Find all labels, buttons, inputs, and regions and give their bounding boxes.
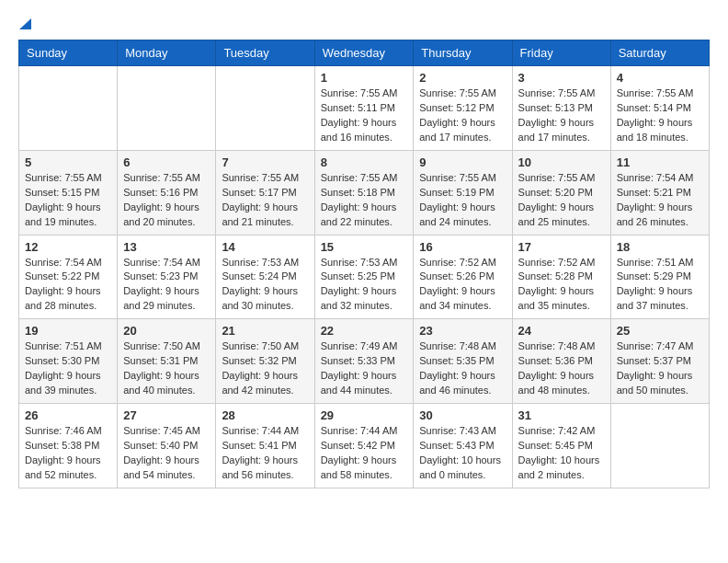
day-number: 19 (25, 324, 111, 338)
calendar-day-header: Tuesday (216, 40, 314, 66)
day-number: 23 (419, 324, 506, 338)
calendar-day-header: Saturday (610, 40, 709, 66)
day-number: 27 (123, 408, 210, 422)
calendar-day-cell: 29Sunrise: 7:44 AM Sunset: 5:42 PM Dayli… (314, 404, 414, 488)
day-info: Sunrise: 7:53 AM Sunset: 5:24 PM Dayligh… (222, 256, 308, 315)
calendar-day-cell: 22Sunrise: 7:49 AM Sunset: 5:33 PM Dayli… (314, 319, 414, 404)
day-number: 17 (518, 240, 605, 254)
calendar-week-row: 19Sunrise: 7:51 AM Sunset: 5:30 PM Dayli… (19, 319, 710, 404)
calendar-day-cell: 20Sunrise: 7:50 AM Sunset: 5:31 PM Dayli… (118, 319, 216, 404)
day-number: 14 (222, 240, 308, 254)
calendar-day-cell: 17Sunrise: 7:52 AM Sunset: 5:28 PM Dayli… (512, 235, 610, 319)
calendar-day-cell: 16Sunrise: 7:52 AM Sunset: 5:26 PM Dayli… (414, 235, 512, 319)
day-number: 13 (123, 240, 210, 254)
day-number: 11 (617, 155, 703, 169)
day-info: Sunrise: 7:55 AM Sunset: 5:12 PM Dayligh… (419, 86, 506, 145)
day-info: Sunrise: 7:46 AM Sunset: 5:38 PM Dayligh… (25, 424, 111, 483)
day-info: Sunrise: 7:42 AM Sunset: 5:45 PM Dayligh… (518, 424, 605, 483)
day-number: 22 (321, 324, 408, 338)
calendar-day-cell (118, 66, 216, 151)
day-info: Sunrise: 7:55 AM Sunset: 5:11 PM Dayligh… (321, 86, 408, 145)
day-info: Sunrise: 7:55 AM Sunset: 5:13 PM Dayligh… (518, 86, 605, 145)
day-number: 26 (25, 408, 111, 422)
calendar-week-row: 12Sunrise: 7:54 AM Sunset: 5:22 PM Dayli… (19, 235, 710, 319)
calendar-day-cell (216, 66, 314, 151)
day-number: 25 (617, 324, 703, 338)
calendar-day-cell: 28Sunrise: 7:44 AM Sunset: 5:41 PM Dayli… (216, 404, 314, 488)
calendar-day-header: Monday (118, 40, 216, 66)
calendar-day-header: Thursday (414, 40, 512, 66)
calendar-day-cell: 23Sunrise: 7:48 AM Sunset: 5:35 PM Dayli… (414, 319, 512, 404)
calendar-day-header: Friday (512, 40, 610, 66)
day-number: 20 (123, 324, 210, 338)
calendar-day-cell: 7Sunrise: 7:55 AM Sunset: 5:17 PM Daylig… (216, 150, 314, 235)
calendar-day-cell: 10Sunrise: 7:55 AM Sunset: 5:20 PM Dayli… (512, 150, 610, 235)
day-info: Sunrise: 7:55 AM Sunset: 5:20 PM Dayligh… (518, 171, 605, 230)
day-number: 1 (321, 71, 408, 85)
day-info: Sunrise: 7:49 AM Sunset: 5:33 PM Dayligh… (321, 339, 408, 398)
calendar-day-cell: 11Sunrise: 7:54 AM Sunset: 5:21 PM Dayli… (610, 150, 709, 235)
calendar-day-cell: 13Sunrise: 7:54 AM Sunset: 5:23 PM Dayli… (118, 235, 216, 319)
day-info: Sunrise: 7:53 AM Sunset: 5:25 PM Dayligh… (321, 256, 408, 315)
calendar-day-cell (19, 66, 118, 151)
day-info: Sunrise: 7:48 AM Sunset: 5:35 PM Dayligh… (419, 339, 506, 398)
calendar-day-cell: 31Sunrise: 7:42 AM Sunset: 5:45 PM Dayli… (512, 404, 610, 488)
day-info: Sunrise: 7:52 AM Sunset: 5:26 PM Dayligh… (419, 256, 506, 315)
day-info: Sunrise: 7:44 AM Sunset: 5:42 PM Dayligh… (321, 424, 408, 483)
calendar-day-cell: 21Sunrise: 7:50 AM Sunset: 5:32 PM Dayli… (216, 319, 314, 404)
day-number: 7 (222, 155, 308, 169)
calendar-day-cell: 6Sunrise: 7:55 AM Sunset: 5:16 PM Daylig… (118, 150, 216, 235)
day-number: 24 (518, 324, 605, 338)
calendar-week-row: 26Sunrise: 7:46 AM Sunset: 5:38 PM Dayli… (19, 404, 710, 488)
logo (18, 18, 31, 30)
day-info: Sunrise: 7:55 AM Sunset: 5:15 PM Dayligh… (25, 171, 111, 230)
day-number: 10 (518, 155, 605, 169)
day-info: Sunrise: 7:47 AM Sunset: 5:37 PM Dayligh… (617, 339, 703, 398)
calendar-day-header: Sunday (19, 40, 118, 66)
day-info: Sunrise: 7:55 AM Sunset: 5:18 PM Dayligh… (321, 171, 408, 230)
day-info: Sunrise: 7:55 AM Sunset: 5:14 PM Dayligh… (617, 86, 703, 145)
day-number: 28 (222, 408, 308, 422)
calendar-day-cell: 26Sunrise: 7:46 AM Sunset: 5:38 PM Dayli… (19, 404, 118, 488)
calendar-day-cell: 2Sunrise: 7:55 AM Sunset: 5:12 PM Daylig… (414, 66, 512, 151)
calendar-day-cell: 19Sunrise: 7:51 AM Sunset: 5:30 PM Dayli… (19, 319, 118, 404)
day-number: 15 (321, 240, 408, 254)
calendar-day-cell: 25Sunrise: 7:47 AM Sunset: 5:37 PM Dayli… (610, 319, 709, 404)
calendar-day-cell: 27Sunrise: 7:45 AM Sunset: 5:40 PM Dayli… (118, 404, 216, 488)
day-info: Sunrise: 7:50 AM Sunset: 5:32 PM Dayligh… (222, 339, 308, 398)
day-number: 18 (617, 240, 703, 254)
day-number: 31 (518, 408, 605, 422)
calendar-day-cell: 9Sunrise: 7:55 AM Sunset: 5:19 PM Daylig… (414, 150, 512, 235)
calendar-day-cell: 30Sunrise: 7:43 AM Sunset: 5:43 PM Dayli… (414, 404, 512, 488)
page-header (18, 18, 710, 30)
calendar-week-row: 5Sunrise: 7:55 AM Sunset: 5:15 PM Daylig… (19, 150, 710, 235)
day-info: Sunrise: 7:44 AM Sunset: 5:41 PM Dayligh… (222, 424, 308, 483)
day-number: 29 (321, 408, 408, 422)
day-number: 4 (617, 71, 703, 85)
day-info: Sunrise: 7:55 AM Sunset: 5:16 PM Dayligh… (123, 171, 210, 230)
day-info: Sunrise: 7:54 AM Sunset: 5:21 PM Dayligh… (617, 171, 703, 230)
calendar-header-row: SundayMondayTuesdayWednesdayThursdayFrid… (19, 40, 710, 66)
day-number: 6 (123, 155, 210, 169)
day-info: Sunrise: 7:52 AM Sunset: 5:28 PM Dayligh… (518, 256, 605, 315)
day-info: Sunrise: 7:55 AM Sunset: 5:19 PM Dayligh… (419, 171, 506, 230)
calendar-day-cell: 14Sunrise: 7:53 AM Sunset: 5:24 PM Dayli… (216, 235, 314, 319)
calendar-table: SundayMondayTuesdayWednesdayThursdayFrid… (18, 40, 710, 488)
calendar-day-header: Wednesday (314, 40, 414, 66)
day-number: 8 (321, 155, 408, 169)
calendar-week-row: 1Sunrise: 7:55 AM Sunset: 5:11 PM Daylig… (19, 66, 710, 151)
calendar-day-cell: 12Sunrise: 7:54 AM Sunset: 5:22 PM Dayli… (19, 235, 118, 319)
day-info: Sunrise: 7:50 AM Sunset: 5:31 PM Dayligh… (123, 339, 210, 398)
day-number: 3 (518, 71, 605, 85)
calendar-day-cell: 4Sunrise: 7:55 AM Sunset: 5:14 PM Daylig… (610, 66, 709, 151)
day-info: Sunrise: 7:43 AM Sunset: 5:43 PM Dayligh… (419, 424, 506, 483)
day-number: 30 (419, 408, 506, 422)
calendar-day-cell: 15Sunrise: 7:53 AM Sunset: 5:25 PM Dayli… (314, 235, 414, 319)
day-info: Sunrise: 7:51 AM Sunset: 5:29 PM Dayligh… (617, 256, 703, 315)
day-info: Sunrise: 7:54 AM Sunset: 5:22 PM Dayligh… (25, 256, 111, 315)
day-info: Sunrise: 7:54 AM Sunset: 5:23 PM Dayligh… (123, 256, 210, 315)
day-info: Sunrise: 7:48 AM Sunset: 5:36 PM Dayligh… (518, 339, 605, 398)
day-number: 5 (25, 155, 111, 169)
day-number: 21 (222, 324, 308, 338)
day-number: 2 (419, 71, 506, 85)
